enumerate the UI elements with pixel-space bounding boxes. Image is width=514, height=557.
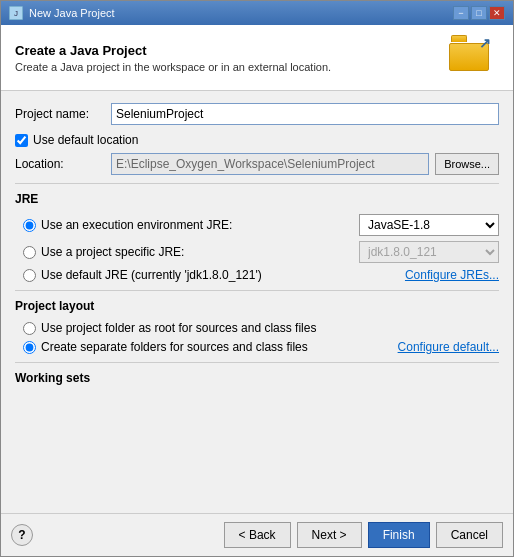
use-default-location-row: Use default location: [15, 133, 499, 147]
jre-option2-row: Use a project specific JRE: jdk1.8.0_121: [23, 241, 499, 263]
footer-right: < Back Next > Finish Cancel: [224, 522, 503, 548]
jre-environment-select[interactable]: JavaSE-1.8: [359, 214, 499, 236]
arrow-icon: ↗: [479, 35, 493, 49]
layout-option1-radio[interactable]: [23, 322, 36, 335]
layout-option1-label: Use project folder as root for sources a…: [41, 321, 499, 335]
back-button[interactable]: < Back: [224, 522, 291, 548]
window-icon: J: [9, 6, 23, 20]
header-text: Create a Java Project Create a Java proj…: [15, 43, 331, 73]
jre-option2-label: Use a project specific JRE:: [41, 245, 353, 259]
layout-radio-group: Use project folder as root for sources a…: [23, 321, 499, 354]
divider-1: [15, 183, 499, 184]
project-name-row: Project name:: [15, 103, 499, 125]
cancel-button[interactable]: Cancel: [436, 522, 503, 548]
header-title: Create a Java Project: [15, 43, 331, 58]
jre-option1-row: Use an execution environment JRE: JavaSE…: [23, 214, 499, 236]
jre-section-title: JRE: [15, 192, 499, 206]
project-name-label: Project name:: [15, 107, 105, 121]
finish-button[interactable]: Finish: [368, 522, 430, 548]
jre-option3-label: Use default JRE (currently 'jdk1.8.0_121…: [41, 268, 395, 282]
title-controls: − □ ✕: [453, 6, 505, 20]
title-bar: J New Java Project − □ ✕: [1, 1, 513, 25]
title-text: New Java Project: [29, 7, 115, 19]
jre-radio-group: Use an execution environment JRE: JavaSE…: [23, 214, 499, 282]
divider-3: [15, 362, 499, 363]
divider-2: [15, 290, 499, 291]
jre-option2-radio[interactable]: [23, 246, 36, 259]
minimize-button[interactable]: −: [453, 6, 469, 20]
configure-default-link[interactable]: Configure default...: [388, 340, 499, 354]
maximize-button[interactable]: □: [471, 6, 487, 20]
footer: ? < Back Next > Finish Cancel: [1, 513, 513, 556]
jre-option1-label: Use an execution environment JRE:: [41, 218, 353, 232]
location-row: Location: Browse...: [15, 153, 499, 175]
layout-option1-row: Use project folder as root for sources a…: [23, 321, 499, 335]
title-bar-left: J New Java Project: [9, 6, 115, 20]
content-area: Project name: Use default location Locat…: [1, 91, 513, 513]
folder-icon: ↗: [449, 35, 493, 71]
layout-option2-label: Create separate folders for sources and …: [41, 340, 388, 354]
project-name-input[interactable]: [111, 103, 499, 125]
project-layout-section-title: Project layout: [15, 299, 499, 313]
jre-option3-row: Use default JRE (currently 'jdk1.8.0_121…: [23, 268, 499, 282]
jre-specific-select[interactable]: jdk1.8.0_121: [359, 241, 499, 263]
next-button[interactable]: Next >: [297, 522, 362, 548]
header-icon: ↗: [449, 35, 499, 80]
jre-option1-radio[interactable]: [23, 219, 36, 232]
working-sets-section-title: Working sets: [15, 371, 499, 385]
folder-tab: [451, 35, 467, 42]
help-button[interactable]: ?: [11, 524, 33, 546]
location-label: Location:: [15, 157, 105, 171]
layout-option2-row: Create separate folders for sources and …: [23, 340, 499, 354]
configure-jres-link[interactable]: Configure JREs...: [395, 268, 499, 282]
footer-left: ?: [11, 524, 33, 546]
header-subtitle: Create a Java project in the workspace o…: [15, 61, 331, 73]
use-default-location-label: Use default location: [33, 133, 138, 147]
dialog-new-java-project: J New Java Project − □ ✕ Create a Java P…: [0, 0, 514, 557]
use-default-location-checkbox[interactable]: [15, 134, 28, 147]
close-button[interactable]: ✕: [489, 6, 505, 20]
layout-option2-radio[interactable]: [23, 341, 36, 354]
location-input: [111, 153, 429, 175]
browse-button[interactable]: Browse...: [435, 153, 499, 175]
header-section: Create a Java Project Create a Java proj…: [1, 25, 513, 91]
jre-option3-radio[interactable]: [23, 269, 36, 282]
